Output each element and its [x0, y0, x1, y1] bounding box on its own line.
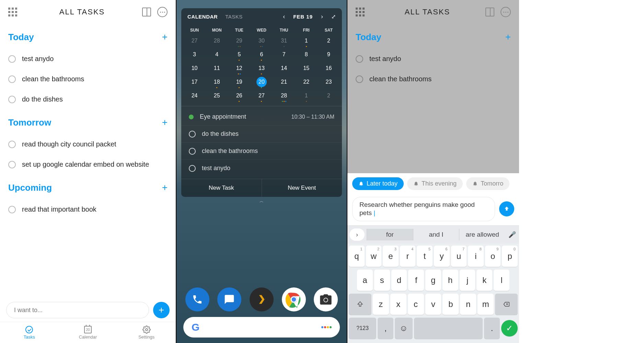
- key-r[interactable]: r4: [400, 246, 416, 267]
- key-m[interactable]: m: [478, 294, 494, 315]
- task-item[interactable]: clean the bathrooms: [8, 69, 168, 89]
- key-a[interactable]: a: [357, 270, 373, 291]
- task-checkbox[interactable]: [189, 165, 196, 172]
- calendar-day[interactable]: 19: [228, 75, 250, 89]
- reminder-chip[interactable]: This evening: [407, 177, 463, 190]
- task-item[interactable]: read though city council packet: [8, 134, 168, 154]
- task-checkbox[interactable]: [8, 55, 16, 63]
- calendar-day[interactable]: 9: [318, 48, 340, 61]
- add-to-section-button[interactable]: +: [162, 182, 168, 193]
- task-checkbox[interactable]: [356, 75, 363, 83]
- mic-icon[interactable]: 🎤: [505, 231, 519, 238]
- key-i[interactable]: i8: [468, 246, 484, 267]
- assistant-icon[interactable]: [321, 326, 332, 328]
- camera-app-icon[interactable]: [314, 287, 338, 311]
- calendar-day[interactable]: 1: [295, 34, 318, 48]
- nav-tasks[interactable]: Tasks: [0, 322, 59, 343]
- key-e[interactable]: e3: [383, 246, 399, 267]
- calendar-day[interactable]: 17: [183, 75, 206, 89]
- task-item[interactable]: set up google calendar embed on website: [8, 154, 168, 175]
- calendar-day[interactable]: 2: [318, 89, 340, 103]
- add-to-section-button[interactable]: +: [505, 32, 511, 43]
- task-item[interactable]: clean the bathrooms: [181, 143, 342, 160]
- key-space[interactable]: [414, 318, 483, 339]
- prev-month-button[interactable]: ‹: [282, 13, 286, 20]
- task-checkbox[interactable]: [8, 206, 16, 213]
- calendar-day[interactable]: 13: [250, 61, 273, 75]
- calendar-day[interactable]: 15: [295, 61, 318, 75]
- more-button[interactable]: [157, 7, 168, 17]
- key-w[interactable]: w2: [366, 246, 382, 267]
- task-checkbox[interactable]: [189, 148, 196, 155]
- calendar-day[interactable]: 2: [318, 34, 340, 48]
- calendar-day[interactable]: 28: [206, 34, 228, 48]
- suggestion-item[interactable]: are allowed: [459, 229, 505, 240]
- calendar-day[interactable]: 23: [318, 75, 340, 89]
- book-icon[interactable]: [142, 8, 151, 16]
- new-event-button[interactable]: New Event: [262, 179, 342, 197]
- calendar-day[interactable]: 10: [183, 61, 206, 75]
- key-h[interactable]: h: [442, 270, 458, 291]
- calendar-day[interactable]: 20: [250, 75, 273, 89]
- task-item[interactable]: read that important book: [8, 199, 168, 220]
- expand-suggestions-button[interactable]: ›: [349, 228, 365, 241]
- nav-calendar[interactable]: 20 Calendar: [59, 322, 117, 343]
- reminder-chip[interactable]: Later today: [352, 177, 404, 190]
- task-item[interactable]: test anydo: [8, 49, 168, 69]
- key-backspace[interactable]: [495, 294, 518, 315]
- key-t[interactable]: t5: [417, 246, 433, 267]
- calendar-day[interactable]: 24: [183, 89, 206, 103]
- key-c[interactable]: c: [408, 294, 424, 315]
- calendar-day[interactable]: 27: [250, 89, 273, 103]
- add-to-section-button[interactable]: +: [162, 117, 168, 128]
- key-period[interactable]: .: [484, 318, 500, 339]
- calendar-day[interactable]: 21: [273, 75, 295, 89]
- tab-tasks[interactable]: TASKS: [225, 14, 243, 20]
- key-d[interactable]: d: [391, 270, 407, 291]
- key-enter[interactable]: ✓: [501, 320, 518, 336]
- calendar-day[interactable]: 27: [183, 34, 206, 48]
- task-checkbox[interactable]: [356, 55, 363, 63]
- key-s[interactable]: s: [374, 270, 390, 291]
- key-b[interactable]: b: [442, 294, 459, 315]
- calendar-day[interactable]: 12: [228, 61, 250, 75]
- key-x[interactable]: x: [390, 294, 406, 315]
- key-symbols[interactable]: ?123: [349, 318, 376, 339]
- google-search-bar[interactable]: G: [183, 317, 340, 338]
- calendar-day[interactable]: 31: [273, 34, 295, 48]
- calendar-day[interactable]: 11: [206, 61, 228, 75]
- calendar-event[interactable]: Eye appointment10:30 – 11:30 AM: [181, 108, 342, 126]
- calendar-day[interactable]: 7: [273, 48, 295, 61]
- add-to-section-button[interactable]: +: [162, 32, 168, 43]
- task-item[interactable]: do the dishes: [8, 89, 168, 109]
- key-y[interactable]: y6: [434, 246, 450, 267]
- phone-app-icon[interactable]: [185, 287, 209, 311]
- menu-grid-button[interactable]: [356, 8, 369, 16]
- calendar-day[interactable]: 29: [228, 34, 250, 48]
- chrome-app-icon[interactable]: [282, 287, 306, 311]
- task-item[interactable]: test anydo: [181, 160, 342, 177]
- expand-button[interactable]: ⤢: [331, 13, 336, 20]
- task-item[interactable]: do the dishes: [181, 126, 342, 143]
- task-checkbox[interactable]: [8, 141, 16, 148]
- task-checkbox[interactable]: [189, 131, 196, 138]
- task-item[interactable]: test anydo: [356, 49, 511, 69]
- key-l[interactable]: l: [494, 270, 509, 291]
- suggestion-item[interactable]: and I: [413, 229, 459, 240]
- key-n[interactable]: n: [460, 294, 476, 315]
- key-f[interactable]: f: [408, 270, 424, 291]
- key-z[interactable]: z: [373, 294, 389, 315]
- calendar-day[interactable]: 3: [183, 48, 206, 61]
- widget-handle[interactable]: ︿: [176, 197, 347, 207]
- calendar-day[interactable]: 25: [206, 89, 228, 103]
- next-month-button[interactable]: ›: [320, 13, 324, 20]
- task-item[interactable]: clean the bathrooms: [356, 69, 511, 89]
- new-task-button[interactable]: New Task: [181, 179, 262, 197]
- task-entry-input[interactable]: Research whether penguins make good pets…: [352, 197, 495, 221]
- calendar-day[interactable]: 8: [295, 48, 318, 61]
- plex-app-icon[interactable]: [250, 287, 274, 311]
- add-task-fab[interactable]: +: [153, 302, 170, 318]
- key-shift[interactable]: [349, 294, 371, 315]
- submit-task-button[interactable]: [499, 201, 514, 216]
- calendar-day[interactable]: 22: [295, 75, 318, 89]
